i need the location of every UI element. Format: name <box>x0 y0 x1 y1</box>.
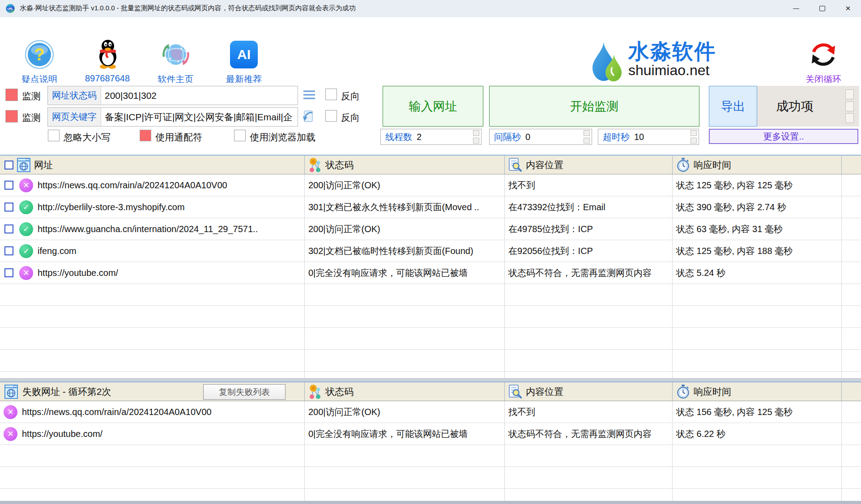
monitor-status-checkbox[interactable] <box>5 89 18 101</box>
reverse-status-checkbox[interactable] <box>325 89 337 100</box>
extra-cell <box>842 196 861 218</box>
position-cell: 状态码不符合，无需再监测网页内容 <box>505 262 673 284</box>
status-cell: 302|文档已被临时性转移到新页面(Found) <box>305 240 505 262</box>
wildcard-checkbox[interactable] <box>140 130 151 141</box>
globe-browser-icon <box>17 158 30 172</box>
position-column-header[interactable]: 内容位置 <box>526 159 563 171</box>
ignore-case-checkbox[interactable] <box>48 130 60 141</box>
copy-failed-list-button[interactable]: 复制失败列表 <box>203 384 286 400</box>
url-cell[interactable]: https://youtube.com/ <box>38 268 118 278</box>
url-cell[interactable]: https://news.qq.com/rain/a/20241204A0A10… <box>22 407 212 417</box>
threads-stepper[interactable]: 线程数 2 <box>380 129 482 145</box>
url-column-header[interactable]: 网址 <box>34 159 53 171</box>
maximize-button[interactable] <box>809 0 835 17</box>
empty-row <box>0 372 861 378</box>
splitter-handle[interactable] <box>0 378 861 381</box>
status-code-icon <box>308 384 322 400</box>
keyword-field-group: 网页关键字 <box>47 107 298 127</box>
row-checkbox[interactable] <box>4 181 13 190</box>
svg-text:URL: URL <box>7 7 13 10</box>
main-table-header: 网址 状态码 <box>0 155 861 174</box>
browser-load-label: 使用浏览器加载 <box>250 131 315 144</box>
timeout-stepper[interactable]: 超时秒 10 <box>598 129 699 145</box>
row-checkbox[interactable] <box>4 203 13 212</box>
status-column-header[interactable]: 状态码 <box>325 385 354 398</box>
extra-cell <box>842 174 861 196</box>
ai-recommend-button[interactable]: AI 最新推荐 <box>217 38 271 85</box>
input-urls-button[interactable]: 输入网址 <box>383 86 483 127</box>
keyword-input[interactable] <box>101 108 298 126</box>
status-column-header[interactable]: 状态码 <box>325 159 354 171</box>
interval-value[interactable]: 0 <box>525 132 584 142</box>
close-button[interactable]: ✕ <box>835 0 861 17</box>
question-icon: ? <box>13 38 66 71</box>
row-checkbox[interactable] <box>4 268 13 277</box>
success-icon: ✓ <box>19 244 33 258</box>
fail-icon: ✕ <box>4 427 17 441</box>
url-cell[interactable]: http://cyberlily-store-3.myshopify.com <box>38 202 185 212</box>
interval-stepper[interactable]: 间隔秒 0 <box>489 129 592 145</box>
time-column-header[interactable]: 响应时间 <box>694 159 731 171</box>
reverse-status-label: 反向 <box>341 90 360 102</box>
table-row: ✕ https://youtube.com/ 0|完全没有响应请求，可能该网站已… <box>0 423 861 445</box>
spinner-icon[interactable] <box>473 130 480 144</box>
row-checkbox[interactable] <box>4 224 13 233</box>
spinner-icon[interactable] <box>691 130 697 144</box>
url-cell[interactable]: https://news.qq.com/rain/a/20241204A0A10… <box>38 180 227 191</box>
paste-arrow-icon[interactable] <box>302 109 315 126</box>
time-cell: 状态 125 毫秒, 内容 188 毫秒 <box>673 240 842 262</box>
content-search-icon <box>508 384 522 399</box>
window-title: 水淼·网址状态监测助手 v1.0.0.0 - 批量监测网址的状态码或网页内容，符… <box>20 4 356 13</box>
more-settings-button[interactable]: 更多设置.. <box>709 129 858 144</box>
status-code-input[interactable] <box>101 86 298 105</box>
url-cell[interactable]: ifeng.com <box>38 246 77 256</box>
qq-contact-button[interactable]: 897687648 <box>78 38 136 84</box>
status-cell: 301|文档已被永久性转移到新页面(Moved .. <box>305 196 505 218</box>
table-row: ✓ https://www.guancha.cn/internation/202… <box>0 218 861 240</box>
extra-column-header <box>842 156 861 174</box>
position-cell: 找不到 <box>505 174 673 196</box>
status-cell: 0|完全没有响应请求，可能该网站已被墙 <box>305 262 505 284</box>
monitor-keyword-checkbox[interactable] <box>5 110 18 123</box>
title-bar: URL 水淼·网址状态监测助手 v1.0.0.0 - 批量监测网址的状态码或网页… <box>0 0 861 17</box>
fail-icon: ✕ <box>4 405 17 419</box>
row-checkbox[interactable] <box>4 246 13 255</box>
status-code-icon <box>308 157 322 173</box>
stopwatch-icon <box>676 384 690 399</box>
export-button[interactable]: 导出 <box>709 86 757 127</box>
url-cell[interactable]: https://www.guancha.cn/internation/2024_… <box>38 224 258 234</box>
status-cell: 200|访问正常(OK) <box>305 218 505 240</box>
globe-network-icon <box>148 38 204 71</box>
time-cell: 状态 63 毫秒, 内容 31 毫秒 <box>673 218 842 240</box>
time-cell: 状态 125 毫秒, 内容 125 毫秒 <box>673 174 842 196</box>
extra-cell <box>842 401 861 423</box>
fail-icon: ✕ <box>19 178 33 192</box>
scrollbar-icon[interactable] <box>845 89 854 123</box>
success-icon: ✓ <box>19 222 33 236</box>
stopwatch-icon <box>676 157 690 172</box>
time-column-header[interactable]: 响应时间 <box>694 385 731 398</box>
reverse-keyword-checkbox[interactable] <box>325 110 337 122</box>
hamburger-icon[interactable] <box>303 89 316 103</box>
position-cell: 在49785位找到：ICP <box>505 218 673 240</box>
success-items-select[interactable]: 成功项 <box>757 86 859 127</box>
help-button[interactable]: ? 疑点说明 <box>13 38 66 85</box>
position-column-header[interactable]: 内容位置 <box>526 385 563 398</box>
position-cell: 在92056位找到：ICP <box>505 240 673 262</box>
close-loop-button[interactable]: 关闭循环 <box>797 38 850 85</box>
start-monitor-button[interactable]: 开始监测 <box>489 86 699 127</box>
horizontal-scrollbar[interactable] <box>0 501 861 504</box>
homepage-button[interactable]: 软件主页 <box>148 38 204 85</box>
url-cell[interactable]: https://youtube.com/ <box>22 429 102 439</box>
failed-table-header: 失败网址 - 循环第2次 复制失败列表 状态码 <box>0 381 861 401</box>
timeout-label: 超时秒 <box>603 131 630 143</box>
threads-value[interactable]: 2 <box>417 132 473 142</box>
spinner-icon[interactable] <box>584 130 590 144</box>
keyword-field-label: 网页关键字 <box>48 108 101 126</box>
browser-load-checkbox[interactable] <box>234 130 246 141</box>
fail-icon: ✕ <box>19 266 33 280</box>
timeout-value[interactable]: 10 <box>634 132 691 142</box>
minimize-button[interactable] <box>783 0 809 17</box>
select-all-checkbox[interactable] <box>4 161 13 169</box>
table-row: ✓ ifeng.com 302|文档已被临时性转移到新页面(Found) 在92… <box>0 240 861 262</box>
